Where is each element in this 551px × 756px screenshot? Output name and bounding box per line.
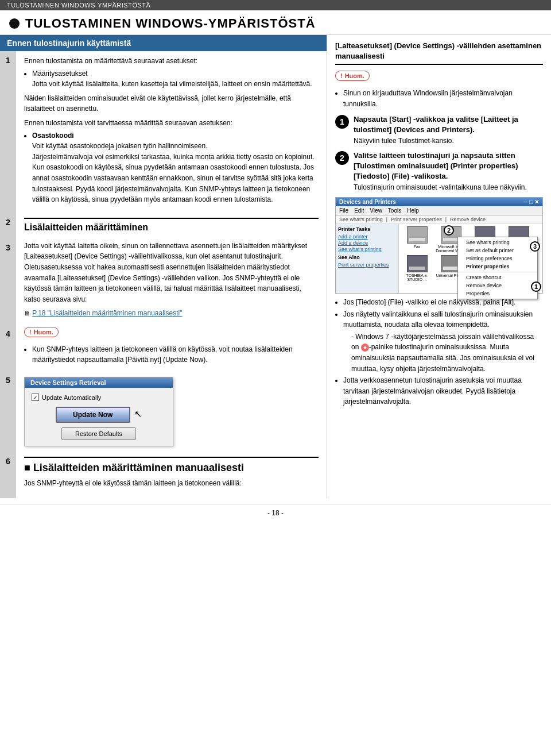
right-column: [Laiteasetukset] (Device Settings) -väli… bbox=[327, 35, 551, 498]
right-note-body: Sinun on kirjauduttava Windowsiin järjes… bbox=[335, 88, 543, 109]
toolbar-item-print[interactable]: See what's printing bbox=[339, 217, 383, 222]
step1-title: Napsauta [Start] -valikkoa ja valitse [L… bbox=[354, 114, 543, 135]
sidebar-number-1: 1 bbox=[0, 51, 16, 213]
right-exclamation-icon: ! bbox=[340, 72, 343, 79]
win-menubar: File Edit View Tools Help bbox=[336, 206, 542, 215]
sidebar-number-6: 6 bbox=[0, 452, 16, 498]
sidebar-number-4: 4 bbox=[0, 325, 16, 371]
sidebar-number-2: 2 bbox=[0, 213, 16, 238]
overlay-1: 1 bbox=[531, 281, 541, 292]
dialog-area: Device Settings Retrieval ✓ Update Autom… bbox=[16, 371, 327, 452]
restore-defaults-button[interactable]: Restore Defaults bbox=[61, 427, 136, 440]
ctx-default[interactable]: Set as default printer bbox=[458, 246, 537, 254]
step2-circle: 2 bbox=[335, 151, 349, 165]
menu-file[interactable]: File bbox=[339, 207, 348, 214]
checkbox-row: ✓ Update Automatically bbox=[32, 394, 166, 401]
ctx-shortcut[interactable]: Create shortcut bbox=[458, 273, 537, 281]
section3-title: ■ Lisälaitteiden määrittäminen manuaalis… bbox=[24, 461, 319, 475]
win-content: Printer Tasks Add a printer Add a device… bbox=[336, 224, 542, 293]
windows-screenshot: Devices and Printers ─ □ ✕ File Edit Vie… bbox=[335, 197, 543, 294]
right-col-content: [Laiteasetukset] (Device Settings) -väli… bbox=[327, 35, 551, 416]
menu-edit[interactable]: Edit bbox=[354, 207, 364, 214]
toolbar-item-server[interactable]: Print server properties bbox=[391, 217, 442, 222]
right-subbullet-windows7: - Windows 7 -käyttöjärjestelmässä joissa… bbox=[351, 331, 543, 374]
sidebar-number-5: 5 bbox=[0, 371, 16, 452]
section1-intro: Ennen tulostamista on määritettävä seura… bbox=[24, 56, 319, 90]
page-footer: - 18 - bbox=[0, 504, 551, 522]
checkbox-label: Update Automatically bbox=[42, 394, 101, 401]
menu-tools[interactable]: Tools bbox=[388, 207, 401, 214]
step1-circle: 1 bbox=[335, 115, 349, 129]
cursor-pointer-icon: ↖ bbox=[134, 409, 142, 419]
section2-note-area: ! Huom. Kun SNMP-yhteys laitteen ja tiet… bbox=[16, 325, 327, 371]
section2-note-body: Kun SNMP-yhteys laitteen ja tietokoneen … bbox=[24, 344, 319, 365]
section2-area: Lisälaitteiden määrittäminen bbox=[16, 213, 327, 238]
panel-header: Printer Tasks bbox=[338, 226, 396, 232]
step2-row: 2 Valitse laitteen tulostinajuri ja naps… bbox=[335, 151, 543, 192]
right-bullet-2: Jos näytetty valintaikkuna ei salli tulo… bbox=[343, 309, 543, 375]
left-column: Ennen tulostinajurin käyttämistä 1 Ennen… bbox=[0, 35, 327, 498]
panel-add-device[interactable]: Add a device bbox=[338, 240, 396, 246]
step1-row: 1 Napsauta [Start] -valikkoa ja valitse … bbox=[335, 114, 543, 146]
context-menu: See what's printing Set as default print… bbox=[457, 237, 538, 299]
right-note-bullet: Sinun on kirjauduttava Windowsiin järjes… bbox=[343, 88, 543, 109]
printer-toshiba3[interactable]: TOSHIBA e-STUDIO ... bbox=[401, 255, 433, 281]
section1-content: Ennen tulostamista on määritettävä seura… bbox=[16, 51, 327, 213]
header-title: TULOSTAMINEN WINDOWS-YMPÄRISTÖSTÄ bbox=[7, 2, 150, 9]
section2-link[interactable]: P.18 "Lisälaitteiden määrittäminen manua… bbox=[32, 309, 182, 317]
exclamation-icon: ! bbox=[29, 329, 32, 335]
ctx-remove[interactable]: Remove device bbox=[458, 281, 537, 290]
section2-link-row: 🗎 P.18 "Lisälaitteiden määrittäminen man… bbox=[24, 308, 319, 319]
printer-fax[interactable]: Fax bbox=[401, 226, 433, 253]
ctx-separator bbox=[458, 272, 537, 272]
right-bullet-3: Jotta verkkoasennetun tulostinajurin ase… bbox=[343, 375, 543, 407]
overlay-2: 2 bbox=[444, 225, 454, 236]
update-now-button[interactable]: Update Now bbox=[56, 407, 130, 423]
sidebar-number-3: 3 bbox=[0, 238, 16, 325]
step2-desc: Tulostinajurin ominaisuudet -valintaikku… bbox=[354, 183, 543, 192]
toolbar-item-remove[interactable]: Remove device bbox=[450, 217, 486, 222]
step2-title: Valitse laitteen tulostinajuri ja napsau… bbox=[354, 151, 543, 182]
bullet-osastokoodi: OsastokoodiVoit käyttää osastokoodeja jo… bbox=[32, 130, 319, 205]
dialog-title: Device Settings Retrieval bbox=[25, 377, 173, 388]
win-titlebar: Devices and Printers ─ □ ✕ bbox=[336, 198, 542, 206]
footer-page-number: - 18 - bbox=[267, 509, 284, 517]
step1-desc: Näkyviin tulee Tulostimet-kansio. bbox=[354, 136, 543, 146]
win-controls: ─ □ ✕ bbox=[523, 199, 539, 205]
section1-extra: Ennen tulostamista voit tarvittaessa mää… bbox=[24, 118, 319, 205]
win-title: Devices and Printers bbox=[339, 199, 396, 205]
ctx-properties[interactable]: Printer properties bbox=[458, 263, 537, 271]
ctx-file-properties[interactable]: Properties bbox=[458, 290, 537, 298]
ctx-preferences[interactable]: Printing preferences bbox=[458, 254, 537, 263]
step1-content: Napsauta [Start] -valikkoa ja valitse [L… bbox=[354, 114, 543, 146]
section2-body-area: Jotta voit käyttää laitetta oikein, sinu… bbox=[16, 238, 327, 325]
section3-body: Jos SNMP-yhteyttä ei ole käytössä tämän … bbox=[24, 478, 319, 489]
ctx-see-printing[interactable]: See what's printing bbox=[458, 238, 537, 246]
win-left-panel: Printer Tasks Add a printer Add a device… bbox=[336, 224, 399, 293]
section1-title: Ennen tulostinajurin käyttämistä bbox=[0, 35, 327, 51]
page-title: TULOSTAMINEN WINDOWS-YMPÄRISTÖSTÄ bbox=[25, 16, 316, 31]
overlay-3: 3 bbox=[530, 241, 540, 252]
right-bullets: Jos [Tiedosto] (File) -valikko ei ole nä… bbox=[335, 297, 543, 407]
dialog-box: Device Settings Retrieval ✓ Update Autom… bbox=[24, 377, 173, 446]
note-box-1: ! Huom. bbox=[24, 327, 59, 337]
panel-see-printing[interactable]: See what's printing bbox=[338, 246, 396, 252]
menu-view[interactable]: View bbox=[370, 207, 382, 214]
win-right-panel: Fax Microsoft XPS Document Writer bbox=[399, 224, 542, 293]
note-bullet: Kun SNMP-yhteys laitteen ja tietokoneen … bbox=[32, 344, 319, 365]
win-toolbar: See what's printing | Print server prope… bbox=[336, 215, 542, 224]
section1-note: Näiden lisälaitteiden ominaisuudet eivät… bbox=[24, 93, 319, 114]
right-col-header: [Laiteasetukset] (Device Settings) -väli… bbox=[335, 41, 543, 65]
panel-add-printer[interactable]: Add a printer bbox=[338, 234, 396, 240]
update-automatically-checkbox[interactable]: ✓ bbox=[32, 394, 39, 401]
see-also-header: See Also bbox=[338, 254, 396, 260]
menu-help[interactable]: Help bbox=[407, 207, 419, 214]
section2-title: Lisälaitteiden määrittäminen bbox=[24, 222, 319, 233]
panel-server-props[interactable]: Print server properties bbox=[338, 262, 396, 268]
step2-content: Valitse laitteen tulostinajuri ja napsau… bbox=[354, 151, 543, 192]
section2-body: Jotta voit käyttää laitetta oikein, sinu… bbox=[24, 241, 319, 305]
title-dot bbox=[9, 18, 20, 29]
right-note-box: ! Huom. bbox=[335, 71, 370, 81]
section3-area: ■ Lisälaitteiden määrittäminen manuaalis… bbox=[16, 452, 327, 498]
page-header: TULOSTAMINEN WINDOWS-YMPÄRISTÖSTÄ bbox=[0, 0, 551, 10]
